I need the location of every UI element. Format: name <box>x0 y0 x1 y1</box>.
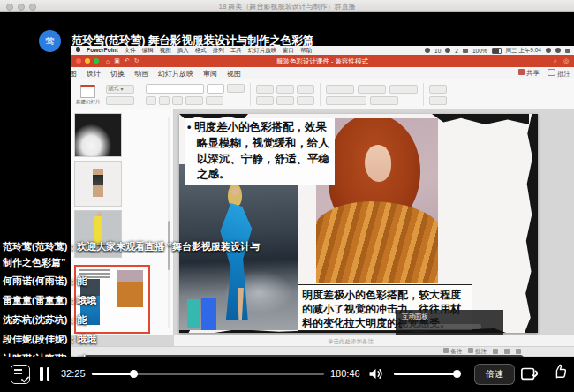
tab-review[interactable]: 审阅 <box>203 69 217 79</box>
insert-textbox-dropdown[interactable] <box>389 85 418 94</box>
insert-shape-dropdown[interactable] <box>358 85 386 94</box>
tab-animations[interactable]: 动画 <box>134 69 148 79</box>
progress-handle[interactable] <box>130 370 138 378</box>
thumbs-up-button[interactable] <box>552 363 570 381</box>
apple-logo-icon[interactable] <box>76 47 80 52</box>
highlight-button[interactable] <box>206 96 223 105</box>
orange-ruffle-blouse <box>316 201 438 283</box>
tab-design[interactable]: 设计 <box>87 69 101 79</box>
share-button[interactable]: 共享 <box>518 69 540 78</box>
ribbon-toolbar: 新建幻灯片 版式 ▾ <box>71 79 574 110</box>
quick-access-toolbar[interactable]: ⌂ ▣ ↶ ↻ <box>106 57 140 64</box>
chat-message: 范玲莺(范玲莺)：欢迎大家来观看直播 “舞台影视服装设计与 <box>3 240 260 253</box>
chat-list-toggle-button[interactable] <box>11 365 30 384</box>
font-name-box[interactable] <box>146 84 204 94</box>
playback-speed-button[interactable]: 倍速 <box>474 364 515 385</box>
home-icon[interactable]: ⌂ <box>106 58 110 64</box>
ppt-window-controls[interactable] <box>76 58 99 64</box>
divider <box>423 83 424 106</box>
menu-format[interactable]: 格式 <box>195 47 207 55</box>
spotlight-search-icon[interactable] <box>546 48 551 53</box>
grow-font-button[interactable] <box>227 84 245 93</box>
tab-view[interactable]: 视图 <box>227 69 241 79</box>
ppt-minimize-icon[interactable] <box>85 58 90 64</box>
menu-edit[interactable]: 编辑 <box>142 47 154 55</box>
color-swatch-blue[interactable] <box>201 298 216 330</box>
menubar-clock[interactable]: 周三 上午9:04 <box>506 47 541 55</box>
indent-button[interactable] <box>297 85 314 94</box>
menu-list-icon[interactable] <box>565 49 570 53</box>
ppt-titlebar: ⌂ ▣ ↶ ↻ 服装色彩设计课件 - 兼容性模式 ⌕ ◎ <box>71 55 574 67</box>
ppt-search-icon[interactable]: ⌕ <box>554 57 557 64</box>
ppt-close-icon[interactable] <box>76 58 81 64</box>
ppt-account-icon[interactable]: ◎ <box>563 57 569 64</box>
menu-view[interactable]: 视图 <box>160 47 171 55</box>
underline-button[interactable] <box>172 96 183 105</box>
check-icon <box>20 374 30 384</box>
font-color-button[interactable] <box>185 96 203 105</box>
designer-button[interactable] <box>429 96 447 105</box>
reset-button[interactable] <box>106 96 134 105</box>
panel-scrollbar[interactable] <box>168 117 170 328</box>
tab-draw[interactable]: 绘图 <box>71 69 77 79</box>
menu-window[interactable]: 窗口 <box>283 47 294 55</box>
progress-bar[interactable] <box>92 373 324 375</box>
pause-button[interactable] <box>40 367 49 381</box>
format-pane-button[interactable] <box>429 85 447 94</box>
notes-icon <box>443 348 449 353</box>
control-center-icon[interactable] <box>555 48 561 53</box>
menu-tools[interactable]: 工具 <box>230 47 242 55</box>
font-size-box[interactable] <box>207 84 224 94</box>
color-swatch-teal[interactable] <box>187 299 200 328</box>
current-slide[interactable]: • 明度差小的色彩搭配，效果略显模糊，视觉缓和，给人以深沉、宁静，舒适、平稳之感… <box>179 114 538 333</box>
slide-thumbnail[interactable] <box>74 113 122 157</box>
slideshow-view-icon[interactable] <box>516 349 521 354</box>
rotate-screen-button[interactable] <box>519 364 540 383</box>
comments-button[interactable]: 批注 <box>548 69 570 79</box>
menu-slideshow[interactable]: 幻灯片放映 <box>248 47 277 55</box>
video-area[interactable]: 莺 范玲莺(范玲莺) 舞台影视服装设计与制作之色彩篇 PowerPoint 文件… <box>0 12 574 357</box>
screen-share-icon[interactable] <box>463 49 468 53</box>
notification-icon[interactable] <box>425 48 430 53</box>
arrange-dropdown[interactable] <box>326 96 366 105</box>
italic-button[interactable] <box>159 96 170 105</box>
volume-handle[interactable] <box>453 370 461 378</box>
insert-picture-dropdown[interactable] <box>326 85 354 94</box>
slide-thumbnail[interactable] <box>74 161 122 207</box>
layout-dropdown[interactable]: 版式 ▾ <box>106 85 134 94</box>
interaction-panel[interactable]: 互动面板 <box>396 310 503 335</box>
bold-button[interactable] <box>146 96 156 105</box>
redo-icon[interactable]: ↻ <box>134 57 140 64</box>
volume-filled <box>394 373 457 375</box>
streamer-avatar[interactable]: 莺 <box>39 30 61 52</box>
list-lines-icon <box>14 369 22 371</box>
status-badge-icon[interactable] <box>445 48 450 53</box>
align-left-button[interactable] <box>256 96 274 105</box>
menu-app-name[interactable]: PowerPoint <box>87 47 118 55</box>
notes-pane[interactable]: 单击此处添加备注 <box>174 335 574 347</box>
quick-styles-dropdown[interactable] <box>370 96 398 105</box>
ppt-zoom-icon[interactable] <box>94 58 99 64</box>
menu-arrange[interactable]: 排列 <box>213 47 224 55</box>
tab-transitions[interactable]: 切换 <box>110 69 125 79</box>
divider <box>140 83 140 106</box>
tab-slideshow[interactable]: 幻灯片放映 <box>158 69 193 79</box>
divider <box>250 83 251 106</box>
save-icon[interactable]: ▣ <box>114 57 120 64</box>
menu-help[interactable]: 帮助 <box>300 47 312 55</box>
volume-icon[interactable] <box>367 366 384 381</box>
numbering-button[interactable] <box>276 85 294 94</box>
grid-view-icon[interactable] <box>504 349 510 354</box>
menu-insert[interactable]: 插入 <box>177 47 189 55</box>
bullets-button[interactable] <box>256 85 274 94</box>
menu-file[interactable]: 文件 <box>125 47 136 55</box>
slide-textbox-top[interactable]: • 明度差小的色彩搭配，效果略显模糊，视觉缓和，给人以深沉、宁静，舒适、平稳之感… <box>185 118 335 185</box>
new-slide-button[interactable]: 新建幻灯片 <box>76 85 101 105</box>
interaction-panel-stats <box>402 324 481 329</box>
undo-icon[interactable]: ↶ <box>125 57 130 64</box>
line-spacing-button[interactable] <box>297 96 314 105</box>
volume-slider[interactable] <box>394 373 461 375</box>
normal-view-icon[interactable] <box>493 349 498 354</box>
badge-count: 2 <box>455 48 458 54</box>
align-center-button[interactable] <box>276 96 294 105</box>
